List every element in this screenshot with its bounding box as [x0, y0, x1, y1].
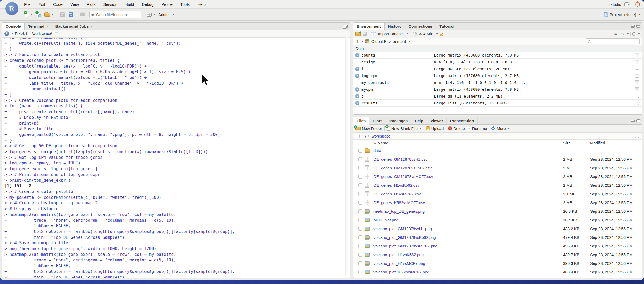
file-name[interactable]: DE_genes_K562vsMCF7.csv	[373, 200, 563, 205]
memory-usage-label[interactable]: 334 MiB	[419, 32, 433, 36]
file-checkbox[interactable]	[358, 261, 362, 265]
tab-terminal[interactable]: Terminal ×	[25, 23, 52, 30]
tab-connections[interactable]: Connections	[405, 23, 436, 30]
file-checkbox[interactable]	[358, 192, 362, 196]
menu-plots[interactable]: Plots	[87, 2, 95, 7]
menu-tools[interactable]: Tools	[180, 2, 190, 7]
file-name[interactable]: DE_genes_GM12878vsMCF7.csv	[373, 174, 563, 179]
breadcrumb-ellipsis[interactable]: ...	[635, 134, 640, 138]
maximize-icon[interactable]	[636, 25, 640, 28]
new-blank-file-button[interactable]: + New Blank File	[387, 126, 422, 131]
load-workspace-icon[interactable]	[355, 32, 361, 36]
file-checkbox[interactable]	[358, 244, 362, 248]
tab-environment[interactable]: Environment	[353, 23, 385, 30]
expand-icon[interactable]	[355, 67, 359, 71]
more-button[interactable]: More	[491, 126, 510, 131]
file-name[interactable]: volcano_plot_H1vsMCF7.png	[373, 261, 563, 266]
refresh-icon[interactable]	[632, 32, 636, 36]
rename-button[interactable]: a Rename	[467, 126, 487, 131]
file-row-de-genes-h1vsk562-csv[interactable]: DE_genes_H1vsK562.csv 2 MB Sep 23, 2024,…	[353, 181, 642, 190]
object-action[interactable]	[632, 95, 642, 97]
file-row-volcano-plot-gm12878vsh1-png[interactable]: volcano_plot_GM12878vsH1.png 438.2 KB Se…	[353, 224, 642, 233]
file-name[interactable]: volcano_plot_H1vsK562.png	[373, 252, 563, 257]
menu-edit[interactable]: Edit	[38, 2, 45, 7]
r-version-icon[interactable]: R	[4, 31, 9, 36]
save-button[interactable]	[59, 12, 65, 18]
refresh-icon[interactable]	[639, 126, 640, 131]
tab-background-jobs[interactable]: Background Jobs ×	[52, 23, 96, 30]
file-checkbox[interactable]	[358, 270, 362, 274]
expand-icon[interactable]	[355, 101, 359, 105]
workspace-panes-button[interactable]	[146, 12, 156, 17]
view-table-icon[interactable]	[635, 87, 639, 91]
file-row-de-genes-gm12878vsh1-csv[interactable]: DE_genes_GM12878vsH1.csv 2 MB Sep 23, 20…	[353, 155, 642, 164]
env-row-design[interactable]: design num [1:8, 1:4] 1 1 0 0 0 0 0 0 0 …	[353, 59, 642, 65]
new-project-button[interactable]: +	[36, 11, 41, 18]
env-row-mycpm[interactable]: mycpm Large matrix (458680 elements, 7.8…	[353, 86, 642, 93]
minimize-icon[interactable]	[631, 120, 635, 122]
file-name[interactable]: DE_genes_H1vsMCF7.csv	[373, 192, 563, 196]
close-icon[interactable]: ×	[90, 24, 92, 28]
tab-tutorial[interactable]: Tutorial	[436, 23, 457, 30]
environment-selector[interactable]: Global Environment	[371, 39, 406, 44]
file-checkbox[interactable]	[358, 218, 362, 222]
file-name[interactable]: MDS_plot.png	[373, 218, 563, 222]
tab-viewer[interactable]: Viewer	[427, 117, 447, 124]
list-view-button[interactable]: List	[619, 32, 625, 36]
power-icon[interactable]	[635, 2, 640, 7]
view-table-icon[interactable]	[635, 60, 639, 64]
file-row-de-genes-k562vsmcf7-csv[interactable]: DE_genes_K562vsMCF7.csv 2 MB Sep 23, 202…	[353, 198, 642, 207]
close-icon[interactable]: ×	[46, 24, 48, 28]
env-row-results[interactable]: results Large list (6 elements, 13.3 MB)	[353, 100, 642, 106]
file-row-volcano-plot-h1vsk562-png[interactable]: volcano_plot_H1vsK562.png 439.7 KB Sep 2…	[353, 250, 642, 259]
file-checkbox[interactable]	[358, 209, 362, 213]
file-name[interactable]: DE_genes_H1vsK562.csv	[373, 183, 563, 187]
file-name[interactable]: heatmap_top_DE_genes.png	[373, 209, 563, 214]
file-checkbox[interactable]	[358, 227, 362, 231]
expand-icon[interactable]	[355, 74, 359, 78]
tab-console[interactable]: Console	[2, 23, 25, 30]
tab-packages[interactable]: Packages	[386, 117, 411, 124]
goto-file-input[interactable]: Go to file/function	[89, 11, 141, 18]
save-all-button[interactable]	[68, 12, 74, 18]
file-row-heatmap-top-de-genes-png[interactable]: heatmap_top_DE_genes.png 26.8 KB Sep 23,…	[353, 207, 642, 216]
file-checkbox[interactable]	[358, 149, 362, 153]
object-action[interactable]	[632, 68, 642, 70]
file-row-volcano-plot-k562vsmcf7-png[interactable]: volcano_plot_K562vsMCF7.png 463.4 KB Sep…	[353, 268, 642, 276]
object-action[interactable]	[632, 87, 642, 91]
project-selector[interactable]: R Project: (None)	[604, 12, 640, 17]
language-selector[interactable]: R	[356, 39, 359, 44]
file-name[interactable]: volcano_plot_GM12878vsH1.png	[373, 226, 563, 231]
file-row-de-genes-gm12878vsk562-csv[interactable]: DE_genes_GM12878vsK562.csv 2 MB Sep 23, …	[353, 164, 642, 172]
delete-button[interactable]: × Delete	[448, 126, 465, 131]
file-row-volcano-plot-h1vsmcf7-png[interactable]: volcano_plot_H1vsMCF7.png 390.3 KB Sep 2…	[353, 259, 642, 268]
tab-files[interactable]: Files	[353, 117, 369, 125]
view-table-icon[interactable]	[635, 53, 639, 57]
view-table-icon[interactable]	[635, 80, 639, 84]
file-row-de-genes-gm12878vsmcf7-csv[interactable]: DE_genes_GM12878vsMCF7.csv 2 MB Sep 23, …	[353, 172, 642, 181]
object-action[interactable]	[632, 80, 642, 84]
breadcrumb-folder[interactable]: workspace	[372, 134, 391, 138]
upload-button[interactable]: Upload	[426, 126, 444, 131]
size-column-header[interactable]: Size	[563, 141, 590, 145]
inspect-icon[interactable]	[636, 102, 638, 104]
file-name[interactable]: DE_genes_GM12878vsH1.csv	[373, 157, 563, 161]
console-output[interactable]: > for (name in names(results)) {+ write.…	[2, 38, 350, 278]
file-checkbox[interactable]	[358, 175, 362, 179]
maximize-icon[interactable]	[344, 25, 348, 28]
inspect-icon[interactable]	[636, 68, 638, 70]
open-file-button[interactable]	[44, 12, 54, 17]
addins-menu[interactable]: Addins	[158, 12, 174, 17]
menu-code[interactable]: Code	[53, 2, 63, 7]
file-row-de-genes-h1vsmcf7-csv[interactable]: DE_genes_H1vsMCF7.csv 2.1 MB Sep 23, 202…	[353, 190, 642, 198]
new-file-button[interactable]: +	[24, 11, 33, 18]
console-scrollbar[interactable]	[345, 36, 348, 275]
file-name[interactable]: volcano_plot_GM12878vsMCF7.png	[373, 244, 563, 248]
menu-view[interactable]: View	[70, 2, 79, 7]
menu-build[interactable]: Build	[125, 2, 134, 7]
tab-plots[interactable]: Plots	[369, 117, 386, 124]
menu-help[interactable]: Help	[198, 2, 206, 7]
env-row-fit[interactable]: fit Large DGEGLM (22 elements, 20 MB)	[353, 65, 642, 72]
file-name[interactable]: volcano_plot_K562vsMCF7.png	[373, 270, 563, 274]
file-row-volcano-plot-gm12878vsmcf7-png[interactable]: volcano_plot_GM12878vsMCF7.png 455.4 KB …	[353, 242, 642, 250]
